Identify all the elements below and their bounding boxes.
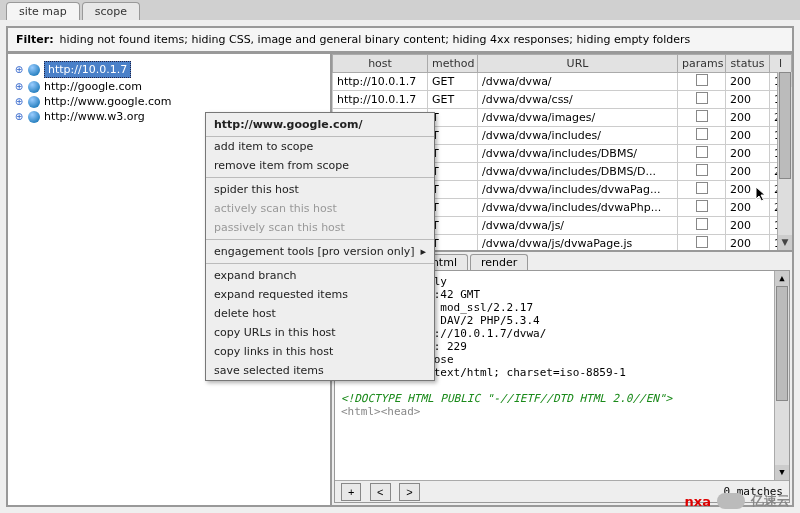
cell-status: 200 [726, 73, 770, 91]
cell-params [678, 127, 726, 145]
scroll-down-icon[interactable]: ▼ [775, 465, 789, 480]
scroll-thumb[interactable] [779, 72, 791, 179]
filter-bar[interactable]: Filter: hiding not found items; hiding C… [6, 26, 794, 53]
cell-method: T [428, 199, 478, 217]
params-checkbox-icon [696, 92, 708, 104]
context-menu-title: http://www.google.com/ [206, 113, 434, 137]
cell-params [678, 235, 726, 253]
col-header-url[interactable]: URL [478, 55, 678, 73]
col-header-status[interactable]: status [726, 55, 770, 73]
cell-url: /dvwa/dvwa/includes/dvwaPhp... [478, 199, 678, 217]
context-menu-item[interactable]: spider this host [206, 180, 434, 199]
top-tab-bar: site map scope [0, 0, 800, 20]
tree-expand-icon[interactable]: ⊕ [14, 111, 24, 122]
cell-status: 200 [726, 109, 770, 127]
scroll-thumb[interactable] [776, 286, 788, 401]
globe-icon [28, 81, 40, 93]
tab-render[interactable]: render [470, 254, 528, 270]
globe-icon [28, 111, 40, 123]
cell-status: 200 [726, 145, 770, 163]
cell-method: T [428, 217, 478, 235]
watermark-right: 亿速云 [751, 492, 790, 510]
response-line: <!DOCTYPE HTML PUBLIC "-//IETF//DTD HTML… [341, 392, 783, 405]
search-prev-button[interactable]: < [370, 483, 390, 501]
table-scrollbar[interactable]: ▲ ▼ [777, 72, 792, 250]
context-menu-item[interactable]: copy links in this host [206, 342, 434, 361]
cell-params [678, 163, 726, 181]
cell-params [678, 73, 726, 91]
tree-label: http://www.w3.org [44, 110, 145, 123]
cell-params [678, 109, 726, 127]
params-checkbox-icon [696, 146, 708, 158]
params-checkbox-icon [696, 218, 708, 230]
context-menu-item: actively scan this host [206, 199, 434, 218]
search-add-button[interactable]: + [341, 483, 361, 501]
tab-site-map[interactable]: site map [6, 2, 80, 20]
context-menu-separator [206, 239, 434, 240]
params-checkbox-icon [696, 74, 708, 86]
response-scrollbar[interactable]: ▲ ▼ [774, 271, 789, 480]
cell-status: 200 [726, 163, 770, 181]
col-header-method[interactable]: method [428, 55, 478, 73]
context-menu-item: passively scan this host [206, 218, 434, 237]
params-checkbox-icon [696, 110, 708, 122]
tree-item-host-1[interactable]: ⊕ http://10.0.1.7 [12, 60, 326, 79]
tab-scope[interactable]: scope [82, 2, 140, 20]
cell-params [678, 145, 726, 163]
tree-expand-icon[interactable]: ⊕ [14, 81, 24, 92]
tree-item-host-3[interactable]: ⊕ http://www.google.com [12, 94, 326, 109]
watermark-left: nxa [685, 494, 711, 509]
context-menu-item[interactable]: delete host [206, 304, 434, 323]
context-menu-item[interactable]: add item to scope [206, 137, 434, 156]
globe-icon [28, 64, 40, 76]
cell-host: http://10.0.1.7 [333, 91, 428, 109]
params-checkbox-icon [696, 236, 708, 248]
context-menu-item[interactable]: expand requested items [206, 285, 434, 304]
tree-label: http://10.0.1.7 [44, 61, 131, 78]
params-checkbox-icon [696, 200, 708, 212]
search-next-button[interactable]: > [399, 483, 419, 501]
col-header-host[interactable]: host [333, 55, 428, 73]
tree-item-host-2[interactable]: ⊕ http://google.com [12, 79, 326, 94]
params-checkbox-icon [696, 182, 708, 194]
tree-expand-icon[interactable]: ⊕ [14, 64, 24, 75]
table-row[interactable]: http://10.0.1.7GET/dvwa/dvwa/20017 [333, 73, 792, 91]
context-menu-item[interactable]: engagement tools [pro version only]▸ [206, 242, 434, 261]
cell-method: GET [428, 73, 478, 91]
cell-url: /dvwa/dvwa/js/dvwaPage.js [478, 235, 678, 253]
tree-label: http://www.google.com [44, 95, 171, 108]
cell-url: /dvwa/dvwa/includes/ [478, 127, 678, 145]
col-header-length[interactable]: l [770, 55, 792, 73]
cell-status: 200 [726, 181, 770, 199]
cell-method: T [428, 235, 478, 253]
context-menu-item[interactable]: save selected items [206, 361, 434, 380]
cell-params [678, 181, 726, 199]
context-menu-separator [206, 263, 434, 264]
cell-params [678, 199, 726, 217]
cell-url: /dvwa/dvwa/includes/DBMS/D... [478, 163, 678, 181]
cell-status: 200 [726, 127, 770, 145]
table-row[interactable]: http://10.0.1.7GET/dvwa/dvwa/css/20017 [333, 91, 792, 109]
tree-expand-icon[interactable]: ⊕ [14, 96, 24, 107]
cell-url: /dvwa/dvwa/css/ [478, 91, 678, 109]
cell-method: T [428, 163, 478, 181]
cell-url: /dvwa/dvwa/ [478, 73, 678, 91]
context-menu-item[interactable]: copy URLs in this host [206, 323, 434, 342]
filter-text: hiding not found items; hiding CSS, imag… [60, 33, 691, 46]
scroll-up-icon[interactable]: ▲ [775, 271, 789, 286]
context-menu-item[interactable]: expand branch [206, 266, 434, 285]
cell-method: T [428, 145, 478, 163]
watermark: nxa 亿速云 [685, 492, 790, 510]
cloud-icon [717, 493, 745, 509]
cell-url: /dvwa/dvwa/images/ [478, 109, 678, 127]
cell-params [678, 217, 726, 235]
filter-label: Filter: [16, 33, 54, 46]
cell-host: http://10.0.1.7 [333, 73, 428, 91]
cell-url: /dvwa/dvwa/includes/DBMS/ [478, 145, 678, 163]
cell-status: 200 [726, 91, 770, 109]
params-checkbox-icon [696, 128, 708, 140]
cell-status: 200 [726, 235, 770, 253]
scroll-down-icon[interactable]: ▼ [778, 235, 792, 250]
context-menu-item[interactable]: remove item from scope [206, 156, 434, 175]
col-header-params[interactable]: params [678, 55, 726, 73]
